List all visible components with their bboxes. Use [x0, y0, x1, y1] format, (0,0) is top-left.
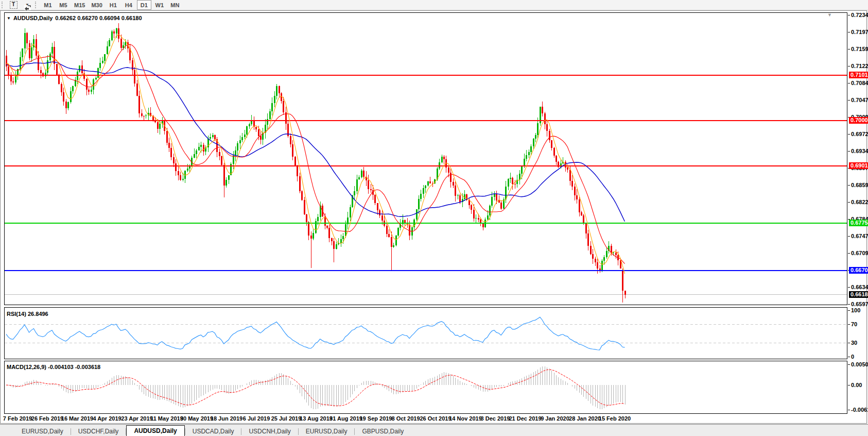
chart-tab-usdcad-3[interactable]: USDCAD,Daily	[185, 427, 241, 436]
chart-title: ▼ AUDUSD,Daily 0.66262 0.66270 0.66094 0…	[7, 15, 142, 21]
hline-price-badge: 0.71016	[849, 72, 868, 78]
price-axis-tick: 0.68220	[851, 199, 868, 206]
date-label: 18 Jun 2019	[211, 415, 242, 422]
price-axis-tick: 0.66340	[851, 284, 868, 291]
date-label: 13 Aug 2019	[300, 415, 333, 422]
chart-tab-audusd-2[interactable]: AUDUSD,Daily	[126, 425, 184, 436]
rsi-axis-tick: 70	[851, 321, 857, 328]
rsi-axis-tick: 0	[851, 354, 854, 360]
timeframe-button-m15[interactable]: M15	[72, 0, 88, 10]
date-label: 11 May 2019	[150, 415, 183, 422]
price-chart-canvas[interactable]	[4, 12, 847, 305]
toolbar-grip[interactable]	[35, 2, 38, 8]
rsi-axis-tick: 100	[851, 307, 860, 314]
timeframe-button-d1[interactable]: D1	[137, 0, 151, 10]
price-axis-tick: 0.67090	[851, 250, 868, 257]
chart-tab-eurusd-5[interactable]: EURUSD,Daily	[299, 427, 355, 436]
date-label: 21 Dec 2019	[509, 415, 542, 422]
price-axis-tick: 0.69340	[851, 148, 868, 155]
price-axis-tick: 0.71220	[851, 63, 868, 70]
macd-axis-tick: 0.00	[851, 382, 862, 389]
price-axis-tick: 0.68590	[851, 182, 868, 189]
hline-price-badge: 0.67754	[849, 220, 868, 226]
timeframe-buttons: M1M5M15M30H1H4D1W1MN	[40, 0, 183, 10]
date-label: 7 Feb 2019	[3, 415, 32, 422]
timeframe-button-h1[interactable]: H1	[106, 0, 120, 10]
date-label: 30 May 2019	[180, 415, 213, 422]
date-label: 14 Nov 2019	[449, 415, 482, 422]
chart-tab-eurusd-0[interactable]: EURUSD,Daily	[14, 427, 71, 436]
current-price-badge: 0.66180	[849, 291, 868, 298]
timeframe-button-h4[interactable]: H4	[121, 0, 136, 10]
toolbar: T ▼ M1M5M15M30H1H4D1W1MN	[0, 0, 868, 10]
price-axis-tick: 0.72340	[851, 12, 868, 19]
macd-axis-tick: 0.005076	[851, 361, 868, 368]
date-label: 4 Apr 2019	[93, 415, 121, 422]
hline-price-badge: 0.70007	[849, 117, 868, 124]
date-label: 9 Jan 2020	[541, 415, 569, 422]
date-label: 28 Jan 2020	[569, 415, 601, 422]
chart-window: ▼ AUDUSD,Daily 0.66262 0.66270 0.66094 0…	[0, 10, 867, 424]
date-label: 15 Feb 2020	[599, 415, 631, 422]
trading-terminal: T ▼ M1M5M15M30H1H4D1W1MN ▼ AUDUSD,Daily …	[0, 0, 868, 436]
macd-canvas[interactable]	[4, 361, 847, 414]
symbol-label: AUDUSD,Daily	[13, 15, 53, 21]
rsi-canvas[interactable]	[4, 307, 847, 359]
date-label: 19 Sep 2019	[360, 415, 392, 422]
timeframe-button-w1[interactable]: W1	[152, 0, 167, 10]
chart-tab-usdchf-1[interactable]: USDCHF,Daily	[71, 427, 126, 436]
timeframe-button-m30[interactable]: M30	[89, 0, 105, 10]
timeframe-button-m1[interactable]: M1	[41, 0, 55, 10]
date-label: 6 Jul 2019	[243, 415, 270, 422]
date-label: 26 Oct 2019	[420, 415, 451, 422]
price-axis-tick: 0.71590	[851, 46, 868, 53]
price-axis-tick: 0.70840	[851, 80, 868, 87]
chart-shift-marker-icon[interactable]: ▼	[827, 12, 832, 18]
timeframe-button-m5[interactable]: M5	[56, 0, 71, 10]
text-tool-icon: T	[10, 1, 18, 9]
date-label: 8 Oct 2019	[391, 415, 420, 422]
chart-tabs: EURUSD,DailyUSDCHF,DailyAUDUSD,DailyUSDC…	[0, 425, 411, 436]
date-label: 3 Dec 2019	[481, 415, 510, 422]
arrange-windows-button[interactable]: ▼	[20, 1, 33, 9]
chart-tab-usdcnh-4[interactable]: USDCNH,Daily	[241, 427, 298, 436]
date-label: 16 Mar 2019	[61, 415, 93, 422]
symbol-dropdown-icon[interactable]: ▼	[7, 16, 11, 21]
rsi-axis-tick: 30	[851, 340, 857, 346]
hline-price-badge: 0.66706	[849, 267, 868, 274]
text-tool-button[interactable]: T	[7, 1, 20, 9]
macd-axis-tick: -0.006148	[851, 407, 868, 413]
chart-tab-bar: EURUSD,DailyUSDCHF,DailyAUDUSD,DailyUSDC…	[0, 424, 868, 436]
price-axis-tick: 0.67470	[851, 233, 868, 240]
ohlc-values: 0.66262 0.66270 0.66094 0.66180	[55, 15, 142, 21]
date-label: 26 Feb 2019	[31, 415, 63, 422]
date-label: 25 Jul 2019	[271, 415, 302, 422]
price-axis-tick: 0.71970	[851, 29, 868, 36]
date-label: 31 Aug 2019	[329, 415, 362, 422]
rsi-label: RSI(14) 26.8496	[7, 311, 48, 317]
macd-label: MACD(12,26,9) -0.004103 -0.003618	[7, 364, 100, 370]
date-label: 23 Apr 2019	[121, 415, 152, 422]
toolbar-grip[interactable]	[2, 2, 4, 8]
price-axis-tick: 0.69720	[851, 131, 868, 138]
price-axis-tick: 0.70470	[851, 97, 868, 104]
hline-price-badge: 0.69010	[849, 162, 868, 169]
chart-tab-gbpusd-6[interactable]: GBPUSD,Daily	[355, 427, 411, 436]
timeframe-button-mn[interactable]: MN	[168, 0, 182, 10]
